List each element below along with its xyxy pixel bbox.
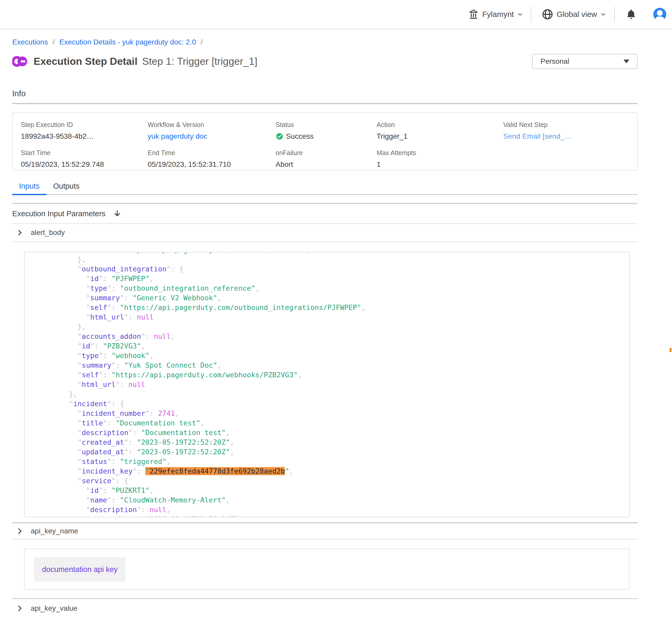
code-line: "incident_number": 2741,	[35, 409, 629, 418]
tab-outputs[interactable]: Outputs	[47, 182, 86, 194]
field-label: Valid Next Step	[503, 121, 637, 128]
info-field-start-time: Start Time05/19/2023, 15:52:29.748	[21, 149, 148, 177]
code-line: "self": "https://api.pagerduty.com/servi…	[35, 252, 629, 254]
info-field-end-time: End Time05/19/2023, 15:52:31.710	[148, 149, 275, 177]
info-card: Step Execution ID18992a43-9538-4b2…Workf…	[12, 112, 638, 171]
breadcrumb-execution-details[interactable]: Execution Details - yuk pagerduty doc: 2…	[59, 38, 196, 46]
code-line: "type": "webhook",	[35, 351, 629, 360]
code-line: "created_at": "2023-05-19T22:52:20Z",	[35, 437, 629, 447]
field-value: Success	[275, 132, 376, 140]
chevron-down-icon	[600, 11, 606, 17]
code-line: "title": "Documentation test",	[35, 418, 629, 428]
api-key-name-chip: documentation api key	[34, 557, 125, 582]
org-label: Fylamynt	[482, 10, 514, 19]
info-field-step-execution-id: Step Execution ID18992a43-9538-4b2…	[21, 121, 148, 149]
chevron-down-icon	[517, 11, 523, 17]
code-line: "self": "https://api.pagerduty.com/outbo…	[35, 303, 629, 312]
search-highlight-match: 229efec8feda44778d3fe692b28aed2b	[150, 467, 285, 475]
org-switcher[interactable]: Fylamynt	[468, 9, 523, 20]
success-icon	[275, 132, 283, 140]
scope-select-value: Personal	[540, 57, 569, 66]
field-label: Max Attempts	[376, 149, 503, 157]
code-line: "incident": {	[35, 399, 629, 409]
breadcrumb-separator: /	[200, 38, 203, 46]
section-label-alert-body: alert_body	[31, 228, 65, 237]
valid-next-step-link[interactable]: Send Email [send_…	[503, 132, 572, 140]
search-match-scroll-marker	[670, 348, 671, 352]
code-line: "status": "triggered",	[35, 457, 629, 466]
avatar-head-shape	[657, 10, 663, 16]
section-label-api-key-name: api_key_name	[31, 527, 78, 535]
code-line: "incident_key": "229efec8feda44778d3fe69…	[35, 466, 629, 476]
code-line: "name": "CloudWatch-Memory-Alert",	[35, 495, 629, 505]
arrow-down-icon[interactable]	[113, 209, 121, 218]
breadcrumb: Executions / Execution Details - yuk pag…	[12, 37, 638, 47]
user-avatar[interactable]	[653, 8, 666, 21]
main-content: Executions / Execution Details - yuk pag…	[0, 37, 672, 618]
execution-input-parameters-label: Execution Input Parameters	[12, 209, 105, 218]
page-title: Execution Step Detail	[33, 56, 138, 67]
field-label: onFailure	[275, 149, 376, 157]
breadcrumb-separator: /	[53, 38, 55, 46]
workflow-version-link[interactable]: yuk pagerduty doc	[148, 132, 207, 140]
section-row-api-key-name[interactable]: api_key_name	[12, 523, 638, 539]
code-line: "id": "PJFWPEP",	[35, 274, 629, 283]
globe-icon	[541, 8, 554, 20]
code-line: "description": null,	[35, 505, 629, 514]
section-label-api-key-value: api_key_value	[31, 604, 77, 613]
section-divider	[12, 103, 638, 104]
code-line: "summary": "Generic V2 Webhook",	[35, 293, 629, 303]
info-field-action: ActionTrigger_1	[376, 121, 503, 149]
scope-select[interactable]: Personal	[532, 54, 638, 69]
select-arrow-icon	[623, 60, 629, 63]
field-value: yuk pagerduty doc	[148, 132, 275, 140]
field-value: Abort	[275, 160, 376, 169]
field-label: Workflow & Version	[148, 121, 275, 128]
info-field-valid-next-step: Valid Next StepSend Email [send_…	[503, 121, 637, 149]
chevron-right-icon	[16, 605, 23, 612]
info-heading: Info	[12, 89, 638, 99]
field-label: Step Execution ID	[21, 121, 148, 128]
field-value: Send Email [send_…	[503, 132, 637, 140]
title-row: Execution Step Detail Step 1: Trigger [t…	[12, 53, 638, 70]
code-line: "summary": "Yuk Spot Connect Doc",	[35, 360, 629, 370]
json-code-viewer[interactable]: "self": "https://api.pagerduty.com/servi…	[24, 252, 629, 517]
field-value: 05/19/2023, 15:52:29.748	[21, 160, 148, 169]
info-field-workflow-version: Workflow & Versionyuk pagerduty doc	[148, 121, 275, 149]
info-field-onfailure: onFailureAbort	[275, 149, 376, 177]
tab-inputs[interactable]: Inputs	[12, 182, 47, 194]
section-row-api-key-value[interactable]: api_key_value	[12, 599, 638, 618]
bell-icon[interactable]	[625, 8, 637, 20]
code-line: },	[35, 389, 629, 399]
field-value: 18992a43-9538-4b2…	[21, 132, 148, 140]
view-switcher[interactable]: Global view	[541, 8, 606, 20]
section-row-alert-body[interactable]: alert_body	[12, 224, 638, 242]
topbar-divider	[530, 6, 531, 22]
code-line: },	[35, 322, 629, 331]
bank-icon	[468, 9, 479, 20]
field-label: End Time	[148, 149, 275, 157]
avatar-body-shape	[655, 16, 664, 21]
chevron-right-icon	[16, 229, 23, 236]
field-label: Status	[275, 121, 376, 128]
code-line: "updated_at": "2023-05-19T22:52:20Z",	[35, 447, 629, 457]
field-value: 05/19/2023, 15:52:31.710	[148, 160, 275, 169]
breadcrumb-executions[interactable]: Executions	[12, 38, 48, 46]
info-field-max-attempts: Max Attempts1	[376, 149, 503, 177]
field-label: Start Time	[21, 149, 148, 157]
code-line: "html_url": null	[35, 380, 629, 389]
field-label: Action	[376, 121, 503, 128]
code-line: "description": "Documentation test",	[35, 428, 629, 437]
tab-bar: InputsOutputs	[12, 182, 638, 195]
code-line: "id": "PZB2VG3",	[35, 341, 629, 351]
code-line: },	[35, 254, 629, 264]
field-value: 1	[376, 160, 503, 169]
top-bar: Fylamynt Global view	[0, 0, 672, 29]
code-line: "created_at": "2023-05-19T22:52:20Z",	[35, 514, 629, 517]
info-field-status: StatusSuccess	[275, 121, 376, 149]
page-subtitle: Step 1: Trigger [trigger_1]	[142, 56, 257, 67]
code-line: "service": {	[35, 476, 629, 486]
api-key-name-value-panel: documentation api key	[24, 548, 629, 590]
code-line: "outbound_integration": {	[35, 264, 629, 274]
code-line: "html_url": null	[35, 312, 629, 322]
